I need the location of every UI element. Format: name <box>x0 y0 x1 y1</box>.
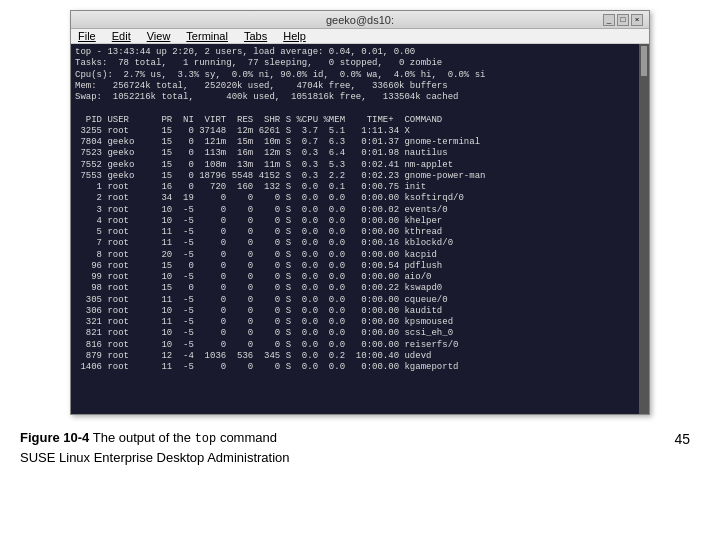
terminal-menubar: File Edit View Terminal Tabs Help <box>71 29 649 44</box>
terminal-titlebar: geeko@ds10: _ □ × <box>71 11 649 29</box>
page-container: geeko@ds10: _ □ × File Edit View Termina… <box>0 0 720 540</box>
window-title: geeko@ds10: <box>117 14 603 26</box>
minimize-button[interactable]: _ <box>603 14 615 26</box>
menu-file[interactable]: File <box>75 30 99 42</box>
figure-caption: Figure 10-4 The output of the top comman… <box>20 429 290 448</box>
caption-description: The output of the <box>93 430 195 445</box>
menu-tabs[interactable]: Tabs <box>241 30 270 42</box>
window-controls: _ □ × <box>603 14 643 26</box>
caption-command: top <box>195 432 217 446</box>
caption-suffix: command <box>220 430 277 445</box>
terminal-body: top - 13:43:44 up 2:20, 2 users, load av… <box>71 44 649 414</box>
menu-help[interactable]: Help <box>280 30 309 42</box>
scrollbar[interactable] <box>639 44 649 414</box>
bottom-section: Figure 10-4 The output of the top comman… <box>20 425 700 465</box>
maximize-button[interactable]: □ <box>617 14 629 26</box>
caption-area: Figure 10-4 The output of the top comman… <box>20 429 290 465</box>
page-number: 45 <box>674 429 700 447</box>
terminal-output: top - 13:43:44 up 2:20, 2 users, load av… <box>75 47 645 373</box>
menu-view[interactable]: View <box>144 30 174 42</box>
close-button[interactable]: × <box>631 14 643 26</box>
terminal-window: geeko@ds10: _ □ × File Edit View Termina… <box>70 10 650 415</box>
menu-edit[interactable]: Edit <box>109 30 134 42</box>
subtitle: SUSE Linux Enterprise Desktop Administra… <box>20 450 290 465</box>
menu-terminal[interactable]: Terminal <box>183 30 231 42</box>
scrollbar-thumb[interactable] <box>641 46 647 76</box>
figure-number: Figure 10-4 <box>20 430 89 445</box>
